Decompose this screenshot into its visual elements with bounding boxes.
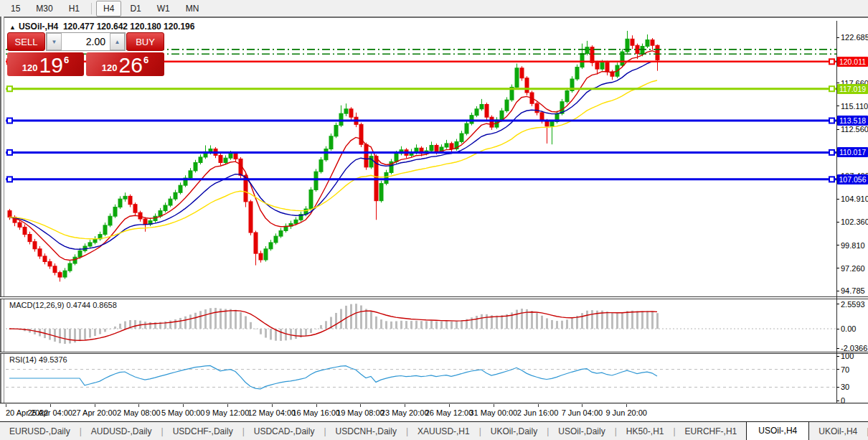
symbol-tab-eurchfh1[interactable]: EURCHF-,H1: [676, 423, 747, 439]
candle: [38, 249, 42, 256]
symbol-tab-ukoilh4[interactable]: UKOil-,H4: [809, 423, 867, 439]
macd-histogram-bar: [79, 329, 81, 341]
line-handle[interactable]: [7, 150, 12, 155]
macd-histogram-bar: [84, 329, 86, 340]
timeframe-button-h4[interactable]: H4: [96, 1, 121, 17]
candle: [33, 242, 37, 249]
volume-decrease-button[interactable]: ▼: [47, 33, 62, 50]
candle: [88, 243, 92, 246]
macd-histogram-bar: [134, 320, 136, 329]
macd-splitter[interactable]: [0, 296, 868, 299]
macd-histogram-bar: [240, 312, 242, 329]
collapse-panel-icon[interactable]: ▲: [9, 24, 16, 31]
macd-histogram-bar: [320, 325, 322, 329]
macd-histogram-bar: [214, 308, 217, 329]
rsi-splitter[interactable]: [0, 352, 868, 354]
time-axis-tick: [626, 404, 627, 407]
symbol-tab-usdchfdaily[interactable]: USDCHF-,Daily: [164, 423, 242, 439]
timeframe-button-mn[interactable]: MN: [179, 1, 207, 17]
timeframe-button-m30[interactable]: M30: [29, 1, 60, 17]
sell-button[interactable]: SELL: [7, 32, 45, 51]
timeframe-button-h1[interactable]: H1: [62, 1, 87, 17]
price-axis-tick: [836, 245, 839, 245]
macd-histogram-bar: [616, 313, 618, 329]
time-axis-label: 9 May 12:00: [206, 408, 250, 417]
macd-histogram-bar: [566, 319, 568, 329]
volume-increase-button[interactable]: ▲: [110, 33, 125, 50]
candle: [269, 243, 273, 249]
buy-button[interactable]: BUY: [126, 32, 164, 51]
symbol-tab-xauusdh1[interactable]: XAUUSD-,H1: [408, 423, 479, 439]
macd-signal-line: [9, 311, 657, 341]
symbol-tab-usdcaddaily[interactable]: USDCAD-,Daily: [245, 423, 324, 439]
timeframe-button-15[interactable]: 15: [4, 1, 27, 17]
candle: [118, 199, 122, 207]
line-handle[interactable]: [829, 86, 834, 91]
symbol-tab-eurusddaily[interactable]: EURUSD-,Daily: [0, 423, 80, 439]
macd-histogram-bar: [310, 329, 312, 333]
price-axis-badge: 120.011: [837, 57, 868, 67]
line-handle[interactable]: [829, 177, 834, 182]
rsi-axis-tick: [836, 356, 839, 357]
line-handle[interactable]: [829, 59, 834, 64]
symbol-tab-usoildaily[interactable]: USOil-,Daily: [549, 423, 614, 439]
symbol-tab-hk50h1[interactable]: HK50-,H1: [617, 423, 674, 439]
price-axis-label: 97.260: [841, 264, 865, 273]
line-handle[interactable]: [829, 118, 834, 123]
line-handle[interactable]: [7, 177, 12, 182]
macd-histogram-bar: [184, 317, 187, 329]
symbol-tab-audusddaily[interactable]: AUDUSD-,Daily: [82, 423, 161, 439]
line-handle[interactable]: [7, 118, 12, 123]
line-handle[interactable]: [7, 86, 12, 91]
candle: [369, 156, 373, 167]
candle: [199, 157, 202, 163]
candle: [179, 185, 182, 192]
price-axis-label: 104.910: [841, 195, 868, 203]
macd-histogram-bar: [255, 329, 257, 329]
time-axis-label: 5 May 00:00: [161, 408, 205, 417]
time-axis[interactable]: 20 Apr 202225 Apr 04:0027 Apr 20:002 May…: [0, 404, 868, 421]
macd-histogram-bar: [380, 319, 382, 329]
candle: [249, 202, 253, 233]
macd-histogram-bar: [194, 313, 197, 329]
rsi-pane[interactable]: [6, 354, 836, 403]
macd-histogram-bar: [430, 321, 433, 329]
line-handle[interactable]: [829, 150, 834, 155]
time-axis-tick: [227, 404, 228, 407]
candle: [319, 160, 323, 172]
candle: [600, 62, 604, 69]
macd-histogram-bar: [119, 324, 121, 329]
candle: [143, 219, 147, 225]
time-axis-tick: [405, 404, 405, 407]
macd-histogram-bar: [420, 321, 423, 329]
buy-price-panel[interactable]: 120266: [86, 52, 164, 76]
candle: [344, 109, 348, 113]
macd-histogram-bar: [360, 305, 362, 329]
candle: [128, 196, 132, 204]
symbol-tab-ukoildaily[interactable]: UKOil-,Daily: [481, 423, 547, 439]
symbol-tab-usdcnhdaily[interactable]: USDCNH-,Daily: [326, 423, 406, 439]
macd-axis-tick: [836, 348, 839, 349]
toolbar-separator: [91, 3, 92, 14]
rsi-axis-label: 0: [841, 396, 845, 405]
symbol-tab-usoilh4[interactable]: USOil-,H4: [746, 421, 809, 440]
candle: [224, 158, 227, 162]
macd-pane[interactable]: [6, 299, 836, 352]
macd-histogram-bar: [651, 312, 654, 329]
macd-histogram-bar: [169, 321, 171, 329]
candle: [480, 104, 483, 108]
macd-histogram-bar: [461, 320, 463, 329]
candle: [575, 67, 579, 79]
chevron-up-icon: ▲: [115, 39, 121, 45]
macd-histogram-bar: [641, 312, 643, 329]
timeframe-button-d1[interactable]: D1: [123, 1, 148, 17]
candle: [349, 109, 353, 117]
macd-histogram-bar: [270, 329, 272, 340]
chart-symbol-label: USOil-,H4: [19, 22, 58, 32]
macd-histogram-bar: [370, 311, 372, 329]
volume-input[interactable]: 2.00: [62, 33, 110, 50]
sell-price-panel[interactable]: 120196: [7, 52, 84, 76]
macd-histogram-bar: [626, 311, 628, 329]
timeframe-button-w1[interactable]: W1: [150, 1, 177, 17]
price-axis-badge: 113.518: [837, 116, 868, 126]
